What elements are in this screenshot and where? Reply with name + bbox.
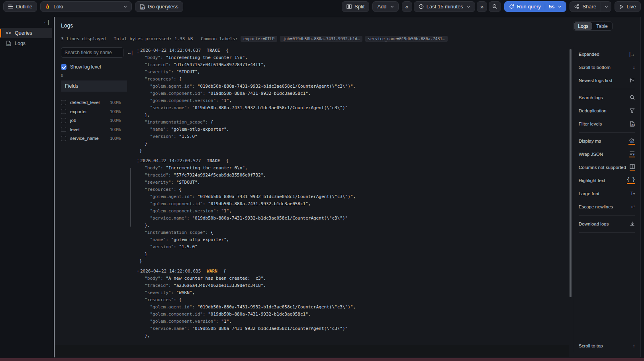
option-scroll-to-bottom[interactable]: Scroll to bottom ↓ [579, 61, 635, 74]
newline-icon[interactable]: ↵ [631, 204, 635, 210]
show-log-level-checkbox[interactable] [61, 64, 67, 70]
option-wrap-json[interactable]: Wrap JSON [579, 147, 635, 161]
log-json-line: }, [136, 332, 568, 339]
add-button[interactable]: Add [372, 1, 398, 12]
share-button[interactable]: Share [570, 1, 601, 12]
time-range-label: Last 15 minutes [427, 4, 463, 10]
share-options-button[interactable] [601, 1, 611, 12]
sidebar-item-queries[interactable]: <> Queries [0, 28, 52, 38]
datasource-label: Loki [53, 4, 63, 10]
log-json-line: "golem.component.id": "019db50b-880a-743… [136, 200, 568, 208]
field-row-job[interactable]: job 100% [61, 116, 121, 125]
option-escape-newlines[interactable]: Escape newlines ↵ [579, 200, 635, 213]
option-label: Large font [579, 191, 599, 196]
arrow-down-icon[interactable]: ↓ [633, 65, 635, 70]
live-button[interactable]: Live [615, 1, 641, 12]
filter-funnel-icon[interactable] [630, 108, 635, 113]
log-rows: ⋮ 2026-04-22 14:22:04.637 TRACE { "body"… [136, 47, 568, 346]
field-checkbox[interactable] [61, 118, 66, 123]
split-button[interactable]: Split [342, 1, 369, 12]
field-row-detected_level[interactable]: detected_level 100% [61, 98, 121, 107]
option-filter-levels[interactable]: Filter levels LOG [579, 117, 635, 130]
log-file-icon[interactable]: LOG [630, 121, 635, 127]
field-row-level[interactable]: level 100% [61, 125, 121, 134]
collapse-fields-icon[interactable]: ←| [127, 50, 132, 55]
option-expanded[interactable]: Expanded |→ [579, 47, 635, 61]
sort-newest-icon[interactable] [629, 78, 635, 83]
field-checkbox[interactable] [61, 109, 66, 114]
zoom-out-icon [492, 4, 497, 9]
field-percent: 100% [110, 136, 121, 141]
log-json-line: }, [136, 112, 568, 119]
view-option-table[interactable]: Table [592, 22, 612, 30]
log-row[interactable]: ⋮ 2026-04-22 14:22:03.577 TRACE { "body"… [136, 157, 568, 265]
fields-header: Fields [61, 80, 127, 92]
time-range-forward-button[interactable]: » [477, 1, 487, 12]
option-deduplication[interactable]: Deduplication [579, 104, 635, 117]
gauge-ms-icon[interactable]: ms [628, 137, 635, 145]
download-icon[interactable] [630, 221, 635, 226]
common-label-chip: exporter=OTLP [241, 36, 277, 42]
search-fields-input[interactable] [61, 47, 123, 58]
time-range-back-button[interactable]: « [402, 1, 412, 12]
refresh-interval-label[interactable]: 5s [545, 4, 554, 10]
log-row[interactable]: ⋮ 2026-04-22 14:22:04.637 TRACE { "body"… [136, 47, 568, 155]
collapse-sidebar-icon[interactable]: ←| [43, 19, 49, 25]
time-range-picker[interactable]: Last 15 minutes [414, 1, 475, 12]
log-json-line: "golem.agent.id": "019db50b-880a-7431-99… [136, 304, 568, 311]
view-option-logs[interactable]: Logs [574, 22, 592, 30]
kebab-menu-icon[interactable]: ⋮ [136, 268, 140, 275]
log-json-line: "resources": { [136, 296, 568, 304]
option-newest-logs-first[interactable]: Newest logs first [579, 74, 635, 87]
kebab-menu-icon[interactable]: ⋮ [136, 47, 140, 55]
datasource-picker[interactable]: Loki [40, 1, 132, 12]
field-checkbox[interactable] [61, 136, 66, 141]
wrap-lines-icon[interactable] [629, 151, 635, 157]
log-scrollbar[interactable] [570, 49, 572, 297]
option-search-logs[interactable]: Search logs [579, 91, 635, 104]
log-json-line: "name": "golem-otlp-exporter", [136, 126, 568, 133]
option-highlight-text[interactable]: Highlight text { } [579, 174, 635, 187]
bottom-accent-bar [0, 358, 644, 361]
sidebar-item-logs[interactable]: LOG Logs [0, 38, 52, 49]
field-percent: 100% [110, 118, 121, 123]
live-label: Live [626, 4, 636, 10]
braces-icon[interactable]: { } [627, 177, 635, 184]
log-json-line: "golem.component.version": "1", [136, 208, 568, 215]
zoom-out-button[interactable] [489, 1, 501, 12]
log-json-line: "resources": { [136, 76, 568, 83]
fields-list: detected_level 100% exporter 100% job 10… [61, 98, 127, 143]
log-json-line: "traceid": "d1c4547152e04f6196a89728371e… [136, 61, 568, 69]
option-scroll-to-top[interactable]: Scroll to top ↑ [579, 339, 635, 352]
kebab-menu-icon[interactable]: ⋮ [136, 158, 140, 165]
search-icon[interactable] [630, 95, 635, 100]
field-checkbox[interactable] [61, 127, 66, 132]
go-queryless-button[interactable]: LOG Go queryless [135, 1, 183, 12]
expand-right-icon[interactable]: |→ [629, 51, 635, 57]
option-large-font[interactable]: Large font TT [579, 187, 635, 200]
field-checkbox[interactable] [61, 100, 66, 105]
pane-resize-handle[interactable] [54, 17, 55, 357]
field-row-service_name[interactable]: service_name 100% [61, 134, 121, 143]
log-json-line: "version": "1.5.0" [136, 243, 568, 251]
sidebar-items: <> Queries LOG Logs [0, 28, 52, 49]
option-label: Highlight text [579, 178, 605, 183]
option-label: Search logs [579, 95, 603, 100]
log-level: WARN [207, 268, 217, 275]
columns-icon[interactable] [630, 164, 635, 171]
go-queryless-label: Go queryless [148, 4, 178, 10]
font-size-icon[interactable]: TT [630, 191, 635, 196]
field-percent: 100% [110, 100, 121, 105]
run-query-button[interactable]: Run query 5s [504, 1, 566, 12]
log-json-line: }, [136, 222, 568, 229]
double-chevron-right-icon: » [480, 3, 483, 10]
log-level: TRACE [207, 157, 220, 165]
option-download-logs[interactable]: Download logs [579, 217, 635, 230]
option-columns-not-supported[interactable]: Columns not supported [579, 161, 635, 174]
bytes-processed: Total bytes processed: 1.33 kB [114, 36, 193, 41]
outline-button[interactable]: Outline [3, 1, 37, 12]
log-row[interactable]: ⋮ 2026-04-22 14:22:00.635 WARN { "body":… [136, 268, 568, 339]
option-display-ms[interactable]: Display ms ms [579, 134, 635, 147]
log-json-line: "name": "golem-otlp-exporter", [136, 236, 568, 243]
field-row-exporter[interactable]: exporter 100% [61, 107, 121, 116]
